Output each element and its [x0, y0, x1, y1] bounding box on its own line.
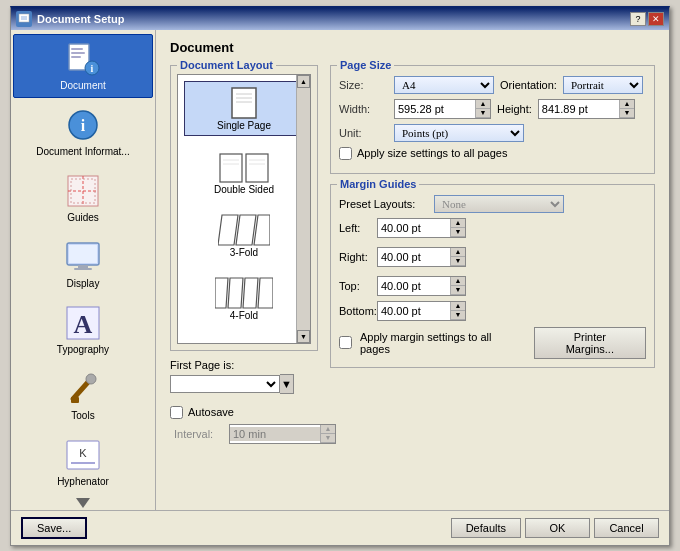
svg-rect-3: [71, 48, 83, 50]
help-button[interactable]: ?: [630, 12, 646, 26]
doc-layout-group-label: Document Layout: [177, 59, 276, 71]
right-down-btn[interactable]: ▼: [451, 257, 465, 266]
height-label: Height:: [497, 103, 532, 115]
interval-spinbox: ▲ ▼: [229, 424, 336, 444]
height-up-btn[interactable]: ▲: [620, 100, 634, 109]
sidebar-item-typography[interactable]: A Typography: [13, 298, 153, 362]
autosave-section: Autosave Interval: ▲ ▼: [170, 402, 655, 453]
svg-text:i: i: [91, 63, 94, 74]
left-spinbox: 40.00 pt ▲ ▼: [377, 218, 466, 238]
layout-label-single: Single Page: [217, 120, 271, 131]
sidebar-label-guides: Guides: [67, 212, 99, 223]
autosave-label: Autosave: [188, 406, 234, 418]
right-row: Right: 40.00 pt ▲ ▼: [339, 247, 466, 267]
apply-size-label: Apply size settings to all pages: [357, 147, 507, 159]
first-page-dropdown-btn[interactable]: ▼: [280, 374, 294, 394]
left-up-btn[interactable]: ▲: [451, 219, 465, 228]
bottom-input[interactable]: 40.00 pt: [378, 304, 450, 318]
bottom-up-btn[interactable]: ▲: [451, 302, 465, 311]
printer-margins-button[interactable]: Printer Margins...: [534, 327, 646, 359]
sidebar-item-display[interactable]: Display: [13, 232, 153, 296]
orientation-label: Orientation:: [500, 79, 557, 91]
window-icon: [16, 11, 32, 27]
svg-rect-27: [232, 88, 256, 118]
left-down-btn[interactable]: ▼: [451, 228, 465, 237]
apply-size-checkbox[interactable]: [339, 147, 352, 160]
layout-item-single[interactable]: Single Page: [184, 81, 304, 136]
document-setup-window: Document Setup ? ✕ i: [10, 6, 670, 546]
autosave-checkbox[interactable]: [170, 406, 183, 419]
display-icon: [65, 239, 101, 275]
guides-icon: [65, 173, 101, 209]
svg-point-21: [86, 374, 96, 384]
svg-line-20: [73, 381, 89, 399]
scroll-up-btn[interactable]: ▲: [297, 75, 310, 88]
save-button[interactable]: Save...: [21, 517, 87, 539]
unit-select[interactable]: Points (pt): [394, 124, 524, 142]
right-up-btn[interactable]: ▲: [451, 248, 465, 257]
interval-down-btn: ▼: [321, 434, 335, 443]
close-button[interactable]: ✕: [648, 12, 664, 26]
size-select[interactable]: A4: [394, 76, 494, 94]
orientation-select[interactable]: Portrait: [563, 76, 643, 94]
layout-item-3fold[interactable]: 3-Fold: [184, 209, 304, 262]
top-down-btn[interactable]: ▼: [451, 286, 465, 295]
sidebar-label-tools: Tools: [71, 410, 94, 421]
hyphenator-icon: K: [65, 437, 101, 473]
sidebar-item-guides[interactable]: Guides: [13, 166, 153, 230]
width-down-btn[interactable]: ▼: [476, 109, 490, 118]
width-up-btn[interactable]: ▲: [476, 100, 490, 109]
right-input[interactable]: 40.00 pt: [378, 250, 450, 264]
interval-input: [230, 427, 320, 441]
layout-item-4fold[interactable]: 4-Fold: [184, 272, 304, 325]
svg-marker-37: [218, 215, 238, 245]
sidebar-item-hyphenator[interactable]: K Hyphenator: [13, 430, 153, 494]
sidebar-item-document[interactable]: i Document: [13, 34, 153, 98]
svg-marker-42: [243, 278, 258, 308]
top-up-btn[interactable]: ▲: [451, 277, 465, 286]
title-bar: Document Setup ? ✕: [11, 8, 669, 30]
defaults-button[interactable]: Defaults: [451, 518, 521, 538]
svg-rect-4: [71, 52, 85, 54]
apply-margin-checkbox[interactable]: [339, 336, 352, 349]
svg-rect-16: [78, 265, 88, 268]
tools-icon: [65, 371, 101, 407]
page-title: Document: [170, 40, 655, 55]
window-title: Document Setup: [37, 13, 630, 25]
sidebar-item-document-info[interactable]: i Document Informat...: [13, 100, 153, 164]
right-spinbox: 40.00 pt ▲ ▼: [377, 247, 466, 267]
layout-item-double[interactable]: Double Sided: [184, 146, 304, 199]
top-input[interactable]: 40.00 pt: [378, 279, 450, 293]
apply-margin-label: Apply margin settings to all pages: [360, 331, 522, 355]
sidebar-label-doc-info: Document Informat...: [36, 146, 129, 157]
left-label: Left:: [339, 222, 377, 234]
preset-label: Preset Layouts:: [339, 198, 434, 210]
preset-select[interactable]: None: [434, 195, 564, 213]
height-down-btn[interactable]: ▼: [620, 109, 634, 118]
top-row: Top: 40.00 pt ▲ ▼: [339, 276, 646, 296]
3fold-icon: [218, 213, 270, 247]
layout-label-double: Double Sided: [214, 184, 274, 195]
width-input[interactable]: 595.28 pt: [395, 102, 475, 116]
bottom-down-btn[interactable]: ▼: [451, 311, 465, 320]
width-spinbox: 595.28 pt ▲ ▼: [394, 99, 491, 119]
left-row: Left: 40.00 pt ▲ ▼: [339, 218, 466, 238]
height-input[interactable]: 841.89 pt: [539, 102, 619, 116]
sidebar-label-document: Document: [60, 80, 106, 91]
double-sided-icon: [218, 150, 270, 184]
document-icon: i: [65, 41, 101, 77]
top-spinbox: 40.00 pt ▲ ▼: [377, 276, 466, 296]
ok-button[interactable]: OK: [525, 518, 590, 538]
scroll-down-btn[interactable]: ▼: [297, 330, 310, 343]
svg-rect-22: [71, 397, 79, 403]
first-page-select[interactable]: [170, 375, 280, 393]
apply-size-row: Apply size settings to all pages: [339, 147, 646, 160]
left-input[interactable]: 40.00 pt: [378, 221, 450, 235]
sidebar-label-typography: Typography: [57, 344, 109, 355]
cancel-button[interactable]: Cancel: [594, 518, 659, 538]
svg-rect-32: [246, 154, 268, 182]
svg-marker-38: [236, 215, 256, 245]
first-page-label: First Page is:: [170, 359, 318, 371]
sidebar-item-tools[interactable]: Tools: [13, 364, 153, 428]
bottom-row: Bottom: 40.00 pt ▲ ▼: [339, 301, 646, 321]
